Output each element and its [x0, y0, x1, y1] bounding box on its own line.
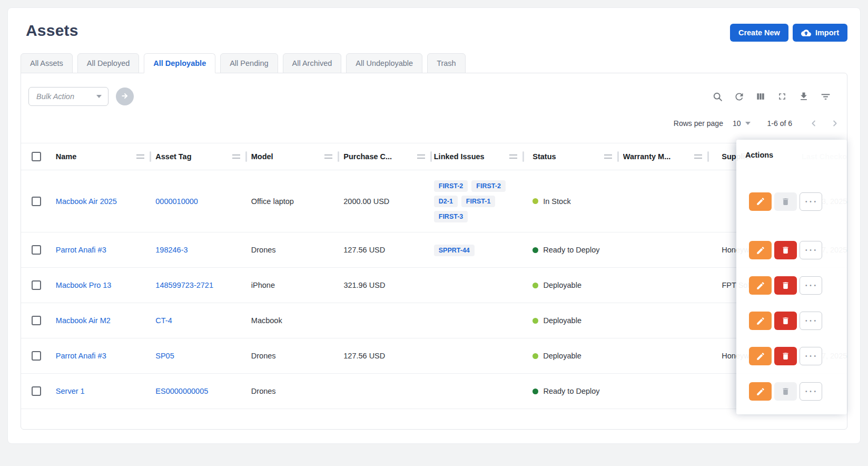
drag-handle-icon[interactable]	[417, 154, 425, 159]
table-row: Parrot Anafi #3 SP05 Drones 127.56 USD D…	[21, 338, 847, 374]
status-label: Deployable	[543, 352, 581, 360]
next-page-icon[interactable]	[828, 116, 842, 130]
apply-bulk-action-button[interactable]	[116, 88, 134, 105]
model-cell: Drones	[247, 246, 340, 254]
status-dot	[532, 389, 538, 394]
tab-all-undeployable[interactable]: All Undeployable	[346, 53, 422, 73]
import-button[interactable]: Import	[793, 24, 847, 42]
issue-chip[interactable]: D2-1	[434, 196, 458, 207]
asset-tag-link[interactable]: 198246-3	[155, 246, 188, 254]
column-header-status[interactable]: Status	[532, 152, 601, 161]
tab-bar: All Assets All Deployed All Deployable A…	[21, 53, 847, 73]
column-header-linked-issues[interactable]: Linked Issues	[434, 152, 506, 161]
tab-all-assets[interactable]: All Assets	[21, 53, 73, 73]
asset-name-link[interactable]: Parrot Anafi #3	[56, 246, 106, 254]
assets-table: Name Asset Tag Model Purchase C... Linke…	[21, 143, 847, 409]
rows-per-page-value: 10	[733, 119, 741, 128]
asset-tag-link[interactable]: ES0000000005	[155, 387, 208, 395]
status-dot	[532, 198, 538, 204]
status-dot	[532, 247, 538, 253]
row-checkbox[interactable]	[32, 197, 41, 206]
edit-button[interactable]	[749, 241, 772, 259]
column-header-model[interactable]: Model	[251, 152, 322, 161]
edit-button[interactable]	[749, 382, 772, 401]
row-checkbox[interactable]	[32, 280, 41, 290]
issue-chip[interactable]: SPPRT-44	[434, 245, 475, 256]
model-cell: iPhone	[247, 281, 340, 289]
more-actions-button[interactable]	[800, 192, 822, 211]
asset-tag-link[interactable]: 148599723-2721	[155, 281, 213, 289]
status-dot	[532, 353, 538, 359]
table-panel: Bulk Action	[21, 73, 847, 430]
edit-button[interactable]	[749, 276, 772, 295]
row-actions	[736, 232, 847, 268]
previous-page-icon[interactable]	[807, 116, 821, 130]
more-actions-button[interactable]	[800, 312, 822, 330]
bulk-action-select[interactable]: Bulk Action	[28, 87, 108, 106]
drag-handle-icon[interactable]	[324, 154, 332, 159]
column-header-name[interactable]: Name	[56, 152, 133, 161]
columns-icon[interactable]	[755, 91, 766, 102]
pagination-range: 1-6 of 6	[767, 119, 792, 128]
drag-handle-icon[interactable]	[509, 154, 517, 159]
delete-button[interactable]	[774, 276, 797, 295]
column-header-warranty[interactable]: Warranty M...	[623, 152, 692, 161]
asset-tag-link[interactable]: SP05	[155, 352, 174, 360]
bulk-action-placeholder: Bulk Action	[36, 92, 74, 101]
column-header-actions: Actions	[736, 140, 847, 170]
more-actions-button[interactable]	[800, 382, 822, 401]
more-actions-button[interactable]	[800, 347, 822, 365]
tab-all-deployed[interactable]: All Deployed	[77, 53, 139, 73]
asset-tag-link[interactable]: CT-4	[155, 316, 172, 325]
arrow-right-icon	[121, 92, 129, 102]
column-header-asset-tag[interactable]: Asset Tag	[155, 152, 229, 161]
asset-name-link[interactable]: Macbook Air M2	[56, 316, 111, 325]
edit-button[interactable]	[749, 347, 772, 365]
filter-icon[interactable]	[820, 91, 831, 102]
model-cell: Macbook	[247, 316, 340, 325]
delete-button[interactable]	[774, 312, 797, 330]
table-row: Server 1 ES0000000005 Drones Ready to De…	[21, 374, 847, 409]
asset-name-link[interactable]: Parrot Anafi #3	[56, 352, 106, 360]
asset-name-link[interactable]: Macbook Pro 13	[56, 281, 112, 289]
table-row: Macbook Air 2025 0000010000 Office lapto…	[21, 170, 847, 232]
issue-chip[interactable]: FIRST-2	[434, 180, 468, 192]
asset-name-link[interactable]: Server 1	[56, 387, 85, 395]
tab-trash[interactable]: Trash	[427, 53, 466, 73]
download-icon[interactable]	[798, 91, 810, 102]
tab-all-deployable[interactable]: All Deployable	[144, 53, 215, 73]
delete-button[interactable]	[774, 347, 797, 365]
row-checkbox[interactable]	[32, 386, 41, 396]
rows-per-page-select[interactable]: 10	[731, 119, 753, 128]
delete-button[interactable]	[774, 192, 797, 211]
issue-chip[interactable]: FIRST-2	[471, 180, 506, 192]
row-checkbox[interactable]	[32, 351, 41, 361]
tab-all-pending[interactable]: All Pending	[220, 53, 278, 73]
delete-button[interactable]	[774, 382, 797, 401]
issue-chip[interactable]: FIRST-3	[434, 211, 468, 222]
drag-handle-icon[interactable]	[604, 154, 612, 159]
drag-handle-icon[interactable]	[232, 154, 240, 159]
purchase-cost-cell: 321.96 USD	[339, 281, 432, 289]
issue-chip[interactable]: FIRST-1	[461, 196, 496, 207]
page-title: Assets	[26, 22, 78, 40]
row-checkbox[interactable]	[32, 316, 41, 325]
drag-handle-icon[interactable]	[694, 154, 702, 159]
row-checkbox[interactable]	[32, 245, 41, 255]
create-new-button[interactable]: Create New	[730, 24, 788, 42]
refresh-icon[interactable]	[733, 91, 745, 102]
edit-button[interactable]	[749, 312, 772, 330]
more-actions-button[interactable]	[800, 276, 822, 295]
select-all-checkbox[interactable]	[32, 152, 41, 161]
search-icon[interactable]	[712, 91, 723, 102]
asset-name-link[interactable]: Macbook Air 2025	[56, 197, 117, 206]
delete-button[interactable]	[774, 241, 797, 259]
column-header-purchase-cost[interactable]: Purchase C...	[343, 152, 414, 161]
edit-button[interactable]	[749, 192, 772, 211]
drag-handle-icon[interactable]	[136, 154, 144, 159]
more-actions-button[interactable]	[800, 241, 822, 259]
fullscreen-icon[interactable]	[776, 91, 788, 102]
asset-tag-link[interactable]: 0000010000	[155, 197, 198, 206]
status-dot	[532, 283, 538, 288]
tab-all-archived[interactable]: All Archived	[283, 53, 342, 73]
